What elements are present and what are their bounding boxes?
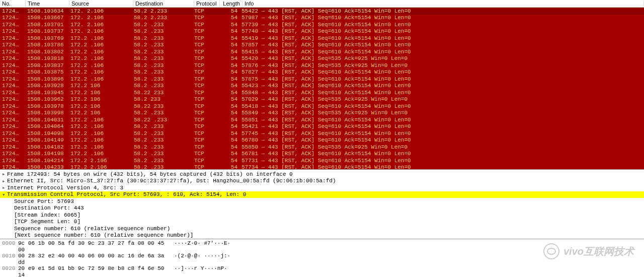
- watermark-text: vivo互联网技术: [564, 245, 634, 258]
- packet-details-pane[interactable]: ▸Frame 172493: 54 bytes on wire (432 bit…: [0, 170, 644, 239]
- packet-row[interactable]: 1724…1508.103896172.2 .10658.2 .233TCP54…: [0, 76, 644, 83]
- packet-row[interactable]: 1724…1508.104182172.2 .10658.2 .233TCP54…: [0, 144, 644, 151]
- col-source[interactable]: Source: [69, 1, 133, 7]
- chevron-right-icon: ▸: [2, 171, 7, 177]
- col-info[interactable]: Info: [243, 1, 644, 7]
- packet-row[interactable]: 1724…1508.103667172. 2.10658.2 2.233TCP5…: [0, 15, 644, 22]
- packet-row[interactable]: 1724…1508.103634172. 2.10658.2 2.233TCP5…: [0, 8, 644, 15]
- packet-row[interactable]: 1724…1508.104149172.2 .10658.2 .233TCP54…: [0, 137, 644, 144]
- next-seq-line[interactable]: [Next sequence number: 610 (relative seq…: [0, 232, 644, 239]
- ip-line[interactable]: ▸Internet Protocol Version 4, Src: 3: [0, 184, 644, 191]
- packet-row[interactable]: 1724…1508.103998172.2 10658.2 .233TCP545…: [0, 110, 644, 117]
- packet-row[interactable]: 1724…1508.103945172.2 10658.22 233TCP545…: [0, 89, 644, 96]
- packet-row[interactable]: 1724…1508.103786172.2 .10658.2 .233TCP54…: [0, 42, 644, 49]
- packet-row[interactable]: 1724…1508.103818172.2 .10658.2 .233TCP54…: [0, 55, 644, 62]
- src-port-line[interactable]: Source Port: 57693: [0, 198, 644, 205]
- packet-list-pane[interactable]: No. Time Source Destination Protocol Len…: [0, 0, 644, 170]
- col-destination[interactable]: Destination: [133, 1, 194, 7]
- chevron-down-icon: ▾: [2, 191, 7, 198]
- chevron-right-icon: ▸: [2, 178, 7, 184]
- packet-row[interactable]: 1724…1508.103978172.2 10658.22 233TCP545…: [0, 103, 644, 110]
- watermark: vivo互联网技术: [543, 243, 634, 259]
- packet-row[interactable]: 1724…1508.104198172.2 .10658.2 .233TCP54…: [0, 151, 644, 158]
- col-length[interactable]: Length: [220, 1, 243, 7]
- byte-row[interactable]: 002020 e9 e1 5d 01 bb 9c 72 59 8e b8 c8 …: [2, 265, 642, 277]
- col-protocol[interactable]: Protocol: [194, 1, 220, 7]
- packet-row[interactable]: 1724…1508.104233172.2 2.10658.2 .233TCP5…: [0, 164, 644, 170]
- seq-num-line[interactable]: Sequence number: 610 (relative sequence …: [0, 225, 644, 232]
- packet-row[interactable]: 1724…1508.103928172.2 10658.2 .233TCP545…: [0, 83, 644, 90]
- ethernet-line[interactable]: ▸Ethernet II, Src: Micro-St_37:27:fa (30…: [0, 178, 644, 185]
- tcp-line[interactable]: ▾Transmission Control Protocol, Src Port…: [0, 191, 644, 198]
- seg-len-line[interactable]: [TCP Segment Len: 0]: [0, 219, 644, 226]
- chevron-right-icon: ▸: [2, 184, 7, 191]
- packet-row[interactable]: 1724…1508.103802172.2 .10658.2 .233TCP54…: [0, 48, 644, 55]
- stream-index-line[interactable]: [Stream index: 6065]: [0, 212, 644, 219]
- packet-row[interactable]: 1724…1508.104098172.2 .10658.2 .233TCP54…: [0, 130, 644, 137]
- packet-row[interactable]: 1724…1508.103837172.2 .10658.2 .233TCP54…: [0, 62, 644, 69]
- packet-row[interactable]: 1724…1508.104214172.2 2.10658.2 .233TCP5…: [0, 157, 644, 164]
- col-no[interactable]: No.: [0, 1, 26, 7]
- packet-row[interactable]: 1724…1508.103737172. 2.10658.2 .233TCP54…: [0, 28, 644, 35]
- packet-row[interactable]: 1724…1508.104031172.2 .10658.22 .233TCP5…: [0, 116, 644, 123]
- packet-row[interactable]: 1724…1508.103769172.2 .10658.2 .233TCP54…: [0, 35, 644, 42]
- frame-line[interactable]: ▸Frame 172493: 54 bytes on wire (432 bit…: [0, 171, 644, 178]
- packet-row[interactable]: 1724…1508.104064172.2 .10658.2 .233TCP54…: [0, 123, 644, 130]
- packet-row[interactable]: 1724…1508.103962172.2 10658.2 233TCP5457…: [0, 96, 644, 103]
- dst-port-line[interactable]: Destination Port: 443: [0, 205, 644, 212]
- col-time[interactable]: Time: [26, 1, 69, 7]
- packet-row[interactable]: 1724…1508.103701172. 2.10658.2 .233TCP54…: [0, 21, 644, 28]
- column-headers[interactable]: No. Time Source Destination Protocol Len…: [0, 0, 644, 8]
- wechat-icon: [543, 243, 559, 259]
- packet-row[interactable]: 1724…1508.103875172.2 .10658.2 .233TCP54…: [0, 69, 644, 76]
